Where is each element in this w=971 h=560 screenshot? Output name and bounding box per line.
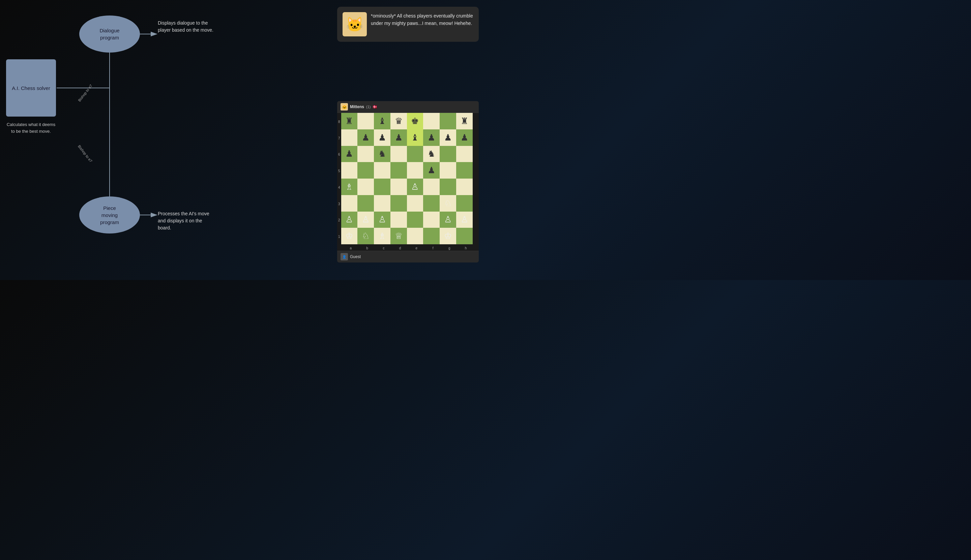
rank-labels: 8 7 6 5 4 3 2 1 [337,113,341,246]
square-h2: ♙ [456,212,473,228]
piece-moving-description: Processes the AI's move and displays it … [158,210,215,232]
square-c2: ♙ [374,212,390,228]
square-f3 [423,195,440,212]
ai-solver-box: A.I. Chess solver [6,59,56,117]
square-a6: ♟ [341,146,358,162]
square-d5 [390,162,407,178]
ai-solver-description: Calculates what it deems to be the best … [6,121,56,135]
square-a8: ♜ [341,113,358,129]
square-c1: ♗ [374,228,390,244]
square-h6 [456,146,473,162]
square-g5 [440,162,456,178]
square-g8 [440,113,456,129]
dialogue-description: Displays dialogue to the player based on… [158,20,215,34]
square-c4 [374,178,390,195]
square-a2: ♙ [341,212,358,228]
square-e5 [407,162,423,178]
top-player-rating: (1) [366,105,371,109]
square-b7: ♟ [358,129,374,146]
chat-message: *ominously* All chess players eventually… [371,12,473,27]
top-player-flag: 🇩🇰 [373,105,377,109]
square-b5 [358,162,374,178]
file-b: b [359,246,376,250]
square-f7: ♟ [423,129,440,146]
file-f: f [425,246,441,250]
square-f4 [423,178,440,195]
square-g2: ♙ [440,212,456,228]
upper-line-label: Bishop to e7 [77,83,93,102]
square-e4: ♙ [407,178,423,195]
square-e8: ♚ [407,113,423,129]
bottom-player-name: Guest [350,254,361,259]
file-d: d [392,246,408,250]
top-player-avatar: 🐱 [341,103,348,110]
lower-line-label: Bishop to e7 [77,144,93,163]
square-e6 [407,146,423,162]
ai-solver-label: A.I. Chess solver [12,85,50,92]
square-a3 [341,195,358,212]
square-c7: ♟ [374,129,390,146]
square-f2 [423,212,440,228]
rank-8: 8 [338,113,340,130]
chat-bubble: 🐱 *ominously* All chess players eventual… [337,7,479,42]
square-d7: ♟ [390,129,407,146]
file-labels: a b c d e f g h [343,246,474,251]
square-c5 [374,162,390,178]
file-c: c [376,246,392,250]
square-h5 [456,162,473,178]
square-h1 [456,228,473,244]
square-d4 [390,178,407,195]
file-a: a [343,246,359,250]
square-h7: ♟ [456,129,473,146]
square-f8 [423,113,440,129]
square-b3 [358,195,374,212]
square-g7: ♟ [440,129,456,146]
bottom-player-avatar: 👤 [341,253,348,260]
rank-4: 4 [338,179,340,196]
square-a5 [341,162,358,178]
square-a1: ♔ [341,228,358,244]
square-f6: ♞ [423,146,440,162]
square-d6 [390,146,407,162]
square-e1 [407,228,423,244]
square-d3 [390,195,407,212]
square-c6: ♞ [374,146,390,162]
square-b2: ♙ [358,212,374,228]
piece-moving-ellipse: Piecemovingprogram [79,197,140,233]
square-a4: ♗ [341,178,358,195]
rank-2: 2 [338,212,340,229]
piece-moving-label: Piecemovingprogram [100,205,119,226]
chess-header: 🐱 Mittens (1) 🇩🇰 [337,101,479,113]
square-c3 [374,195,390,212]
square-c8: ♝ [374,113,390,129]
square-h3 [456,195,473,212]
rank-3: 3 [338,196,340,212]
square-g6 [440,146,456,162]
board-with-ranks: 8 7 6 5 4 3 2 1 ♜ ♝ ♛ ♚ ♜ ♟ ♟ ♟ ♝ ♟ ♟ [337,113,479,246]
rank-1: 1 [338,228,340,245]
square-b8 [358,113,374,129]
dialogue-ellipse: Dialogueprogram [79,15,140,53]
square-b1: ♘ [358,228,374,244]
square-b6 [358,146,374,162]
square-b4 [358,178,374,195]
top-player-name: Mittens [350,105,364,109]
square-g4 [440,178,456,195]
square-d2 [390,212,407,228]
chess-panel: 🐱 Mittens (1) 🇩🇰 8 7 6 5 4 3 2 1 ♜ ♝ ♛ ♚… [337,101,479,262]
square-d8: ♛ [390,113,407,129]
square-h4 [456,178,473,195]
rank-7: 7 [338,130,340,147]
square-e7: ♝ [407,129,423,146]
square-g1: ♔ [440,228,456,244]
square-f1 [423,228,440,244]
square-g3: ♘ [440,195,456,212]
square-d1: ♕ [390,228,407,244]
chess-board: ♜ ♝ ♛ ♚ ♜ ♟ ♟ ♟ ♝ ♟ ♟ ♟ ♟ ♞ ♞ [341,113,473,244]
square-a7 [341,129,358,146]
file-g: g [441,246,458,250]
square-f5: ♟ [423,162,440,178]
dialogue-label: Dialogueprogram [99,27,119,41]
rank-5: 5 [338,163,340,179]
chess-footer: 👤 Guest [337,251,479,262]
